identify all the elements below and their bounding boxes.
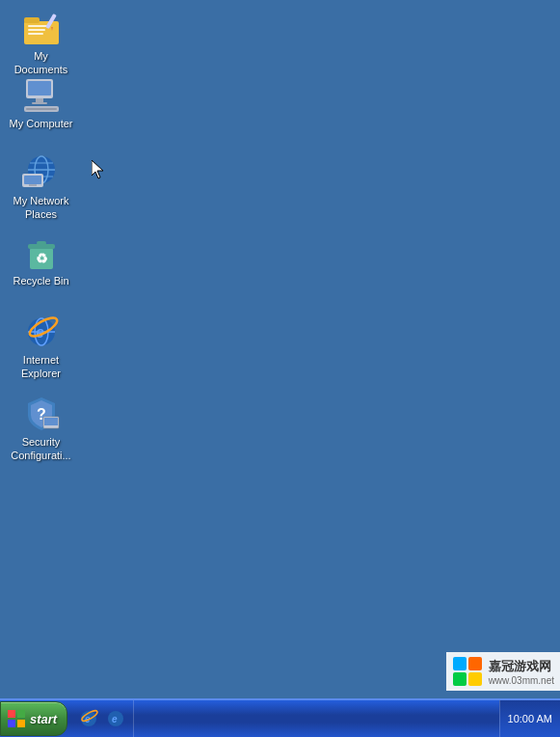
- svg-rect-36: [453, 672, 467, 686]
- taskbar: start e e 10:00 AM: [0, 698, 560, 737]
- my-network-places-icon[interactable]: My Network Places: [5, 150, 77, 226]
- recycle-bin-label: Recycle Bin: [13, 274, 68, 287]
- svg-rect-34: [453, 657, 467, 670]
- svg-rect-3: [28, 29, 45, 31]
- cursor: [92, 160, 107, 183]
- quick-launch-media-icon[interactable]: e: [104, 707, 127, 730]
- internet-explorer-img: e: [22, 313, 61, 351]
- svg-rect-9: [36, 98, 43, 102]
- taskbar-middle: [134, 700, 498, 737]
- my-computer-label: My Computer: [9, 117, 72, 130]
- my-computer-icon[interactable]: My Computer: [5, 72, 77, 134]
- security-configuration-label: Security Configurati...: [9, 435, 73, 463]
- security-configuration-icon[interactable]: ? Security Configurati...: [5, 391, 77, 467]
- my-network-places-img: [22, 153, 61, 192]
- svg-rect-10: [32, 102, 47, 104]
- svg-rect-8: [28, 81, 51, 96]
- svg-text:e: e: [112, 714, 118, 724]
- clock: 10:00 AM: [508, 713, 552, 724]
- svg-rect-12: [26, 108, 57, 110]
- svg-rect-1: [24, 17, 40, 23]
- svg-rect-32: [44, 418, 58, 425]
- svg-rect-23: [37, 241, 46, 245]
- security-configuration-img: ?: [22, 395, 61, 433]
- system-tray: 10:00 AM: [499, 700, 560, 737]
- svg-text:♻: ♻: [36, 251, 48, 266]
- recycle-bin-icon[interactable]: ♻ Recycle Bin: [5, 230, 77, 291]
- svg-rect-40: [8, 720, 15, 727]
- internet-explorer-icon[interactable]: e Internet Explorer: [5, 309, 77, 385]
- my-network-places-label: My Network Places: [9, 194, 73, 222]
- svg-rect-35: [468, 657, 482, 670]
- svg-text:e: e: [36, 324, 44, 341]
- windows-logo-icon: [7, 709, 26, 728]
- start-button[interactable]: start: [0, 701, 67, 736]
- svg-rect-38: [8, 710, 15, 718]
- svg-rect-20: [29, 184, 37, 186]
- recycle-bin-img: ♻: [22, 233, 61, 272]
- my-computer-img: [22, 76, 61, 115]
- svg-marker-33: [92, 160, 103, 178]
- watermark-icon: [452, 656, 483, 687]
- svg-rect-19: [24, 176, 41, 184]
- internet-explorer-label: Internet Explorer: [9, 353, 73, 381]
- my-documents-icon[interactable]: My Documents: [5, 5, 77, 81]
- svg-rect-4: [28, 33, 43, 35]
- svg-rect-37: [468, 672, 482, 686]
- quick-launch-ie-icon[interactable]: e: [77, 707, 100, 730]
- quick-launch: e e: [71, 700, 134, 737]
- watermark-text: 嘉冠游戏网 www.03mm.net: [489, 658, 554, 686]
- desktop: My Documents My Computer: [0, 0, 560, 698]
- svg-rect-39: [17, 710, 25, 718]
- svg-rect-41: [17, 720, 25, 727]
- watermark: 嘉冠游戏网 www.03mm.net: [329, 652, 560, 691]
- start-label: start: [30, 712, 57, 726]
- svg-rect-2: [28, 25, 47, 27]
- my-documents-img: [22, 9, 61, 47]
